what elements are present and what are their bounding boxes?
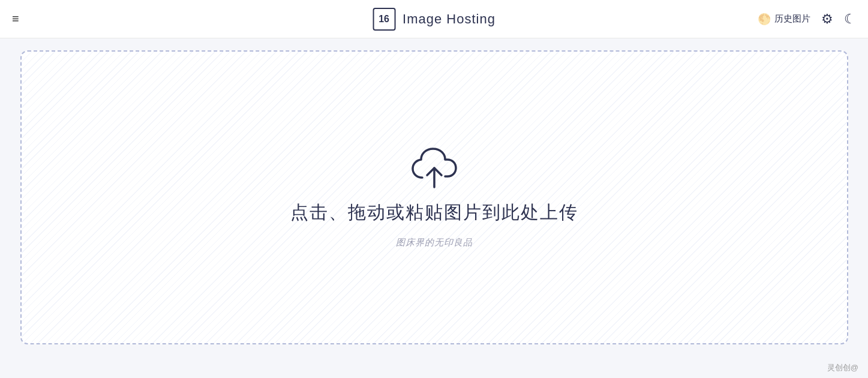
history-label: 历史图片 xyxy=(774,13,810,25)
theme-toggle-icon[interactable]: ☾ xyxy=(844,11,856,27)
upload-content: 点击、拖动或粘贴图片到此处上传 图床界的无印良品 xyxy=(290,146,578,248)
app-title: Image Hosting xyxy=(403,11,495,27)
settings-icon[interactable]: ⚙ xyxy=(821,11,833,27)
header-right: 🌕 历史图片 ⚙ ☾ xyxy=(758,11,856,27)
footer-watermark: 灵创创@ xyxy=(827,362,858,373)
header-center: 16 Image Hosting xyxy=(373,8,495,31)
history-icon: 🌕 xyxy=(758,13,771,26)
logo-number: 16 xyxy=(379,14,389,25)
history-button[interactable]: 🌕 历史图片 xyxy=(758,13,810,26)
header-left: ≡ xyxy=(12,12,25,26)
logo-box: 16 xyxy=(373,8,395,31)
upload-sub-text: 图床界的无印良品 xyxy=(396,237,473,248)
main-content: 点击、拖动或粘贴图片到此处上传 图床界的无印良品 xyxy=(0,38,868,378)
cloud-upload-icon xyxy=(410,146,458,188)
menu-icon[interactable]: ≡ xyxy=(12,12,19,26)
header: ≡ 16 Image Hosting 🌕 历史图片 ⚙ ☾ xyxy=(0,0,868,38)
upload-main-text: 点击、拖动或粘贴图片到此处上传 xyxy=(290,200,578,225)
upload-area[interactable]: 点击、拖动或粘贴图片到此处上传 图床界的无印良品 xyxy=(20,50,848,344)
